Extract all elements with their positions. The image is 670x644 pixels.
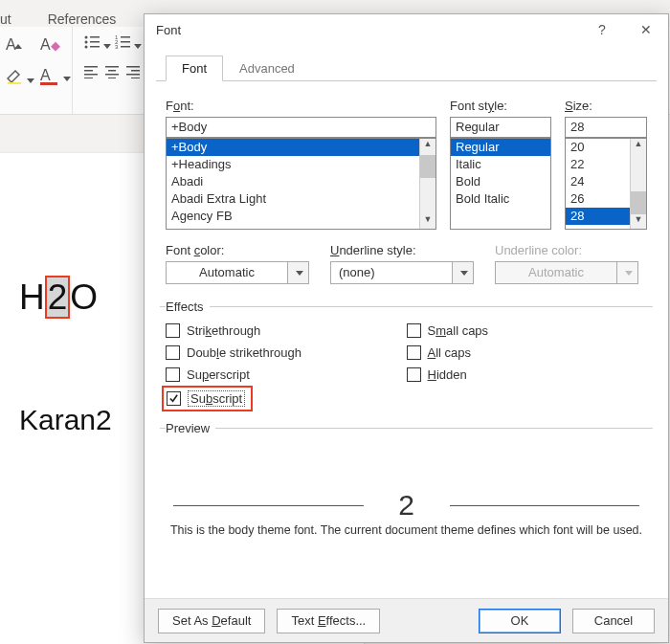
- underlinestyle-combo[interactable]: (none): [330, 261, 474, 284]
- smallcaps-checkbox[interactable]: Small caps: [407, 323, 648, 338]
- text-effects-button[interactable]: Text Effects...: [277, 609, 380, 633]
- double-strikethrough-checkbox[interactable]: Double strikethrough: [166, 345, 407, 360]
- list-item[interactable]: Abadi Extra Light: [167, 190, 436, 208]
- fontstyle-input[interactable]: Regular: [450, 117, 551, 138]
- svg-rect-19: [105, 74, 119, 76]
- svg-rect-12: [8, 82, 21, 84]
- increase-font-icon[interactable]: A: [6, 36, 22, 54]
- svg-rect-20: [108, 78, 116, 78]
- dialog-title: Font: [156, 23, 580, 37]
- svg-rect-5: [90, 46, 100, 48]
- font-label: Font:: [166, 99, 436, 113]
- font-dialog: Font ? ✕ Font Advanced Font: +Body +Body…: [144, 13, 669, 643]
- effects-legend: Effects: [166, 300, 210, 314]
- text-char: H: [19, 278, 45, 317]
- size-label: Size:: [565, 99, 647, 113]
- cancel-button[interactable]: Cancel: [572, 609, 655, 633]
- svg-point-2: [85, 41, 88, 44]
- strikethrough-checkbox[interactable]: Strikethrough: [166, 323, 407, 338]
- svg-rect-1: [90, 36, 100, 38]
- dialog-footer: Set As Default Text Effects... OK Cancel: [145, 598, 668, 642]
- scroll-thumb[interactable]: [420, 155, 436, 178]
- hidden-checkbox[interactable]: Hidden: [407, 367, 648, 382]
- scrollbar[interactable]: ▲ ▼: [419, 139, 436, 229]
- fontstyle-label: Font style:: [450, 99, 551, 113]
- svg-rect-22: [131, 70, 140, 72]
- numbering-icon[interactable]: 123: [115, 34, 142, 53]
- list-item[interactable]: +Headings: [167, 156, 436, 173]
- chevron-down-icon: [617, 261, 638, 284]
- underlinecolor-combo: Automatic: [495, 261, 638, 284]
- preview-note: This is the body theme font. The current…: [166, 523, 647, 537]
- clear-formatting-icon[interactable]: A◆: [40, 36, 60, 54]
- svg-rect-3: [90, 41, 100, 43]
- fontcolor-combo[interactable]: Automatic: [166, 261, 309, 284]
- close-button[interactable]: ✕: [624, 14, 668, 45]
- svg-rect-18: [108, 70, 116, 72]
- svg-rect-16: [84, 78, 93, 78]
- allcaps-checkbox[interactable]: All caps: [407, 345, 648, 360]
- svg-rect-11: [121, 46, 130, 48]
- font-listbox[interactable]: +Body +Headings Abadi Abadi Extra Light …: [166, 138, 436, 230]
- svg-point-0: [85, 36, 88, 39]
- preview-box: 2: [173, 456, 639, 506]
- preview-group: Preview 2 This is the body theme font. T…: [160, 421, 653, 537]
- svg-rect-17: [105, 66, 119, 68]
- scrollbar[interactable]: ▲ ▼: [630, 139, 646, 229]
- underlinecolor-value: Automatic: [495, 261, 617, 284]
- svg-rect-21: [126, 66, 140, 68]
- ok-button[interactable]: OK: [479, 609, 561, 633]
- selected-text: 2: [45, 276, 71, 319]
- fontcolor-label: Font color:: [166, 243, 309, 257]
- scroll-up-icon[interactable]: ▲: [631, 139, 646, 155]
- help-button[interactable]: ?: [580, 14, 624, 45]
- scroll-thumb[interactable]: [631, 191, 646, 214]
- preview-character: 2: [398, 489, 414, 522]
- font-color-icon[interactable]: A: [40, 67, 57, 99]
- bullets-icon[interactable]: [84, 34, 111, 53]
- svg-rect-24: [131, 78, 140, 78]
- scroll-up-icon[interactable]: ▲: [420, 139, 436, 155]
- chevron-down-icon[interactable]: [288, 261, 309, 284]
- svg-rect-9: [121, 41, 130, 43]
- list-item[interactable]: Abadi: [167, 173, 436, 190]
- ribbon-tab[interactable]: ut: [0, 11, 15, 27]
- svg-rect-7: [121, 36, 130, 38]
- font-input[interactable]: +Body: [166, 117, 436, 138]
- svg-rect-23: [126, 74, 140, 76]
- list-item[interactable]: Italic: [451, 156, 550, 173]
- subscript-checkbox[interactable]: Subscript: [166, 389, 249, 408]
- list-item[interactable]: +Body: [167, 139, 436, 156]
- scroll-down-icon[interactable]: ▼: [420, 214, 436, 230]
- svg-point-4: [85, 46, 88, 49]
- scroll-down-icon[interactable]: ▼: [631, 214, 646, 230]
- align-left-icon[interactable]: [84, 65, 100, 81]
- tab-advanced[interactable]: Advanced: [223, 56, 311, 81]
- svg-rect-15: [84, 74, 98, 76]
- superscript-checkbox[interactable]: Superscript: [166, 367, 407, 382]
- size-listbox[interactable]: 20 22 24 26 28 ▲ ▼: [565, 138, 647, 230]
- align-center-icon[interactable]: [105, 65, 121, 81]
- svg-rect-13: [84, 66, 98, 68]
- fontstyle-listbox[interactable]: Regular Italic Bold Bold Italic: [450, 138, 551, 230]
- list-item[interactable]: Bold: [451, 173, 550, 190]
- tab-font[interactable]: Font: [166, 56, 223, 81]
- underlinecolor-label: Underline color:: [495, 243, 638, 257]
- dialog-titlebar: Font ? ✕: [145, 14, 668, 45]
- underlinestyle-label: Underline style:: [330, 243, 474, 257]
- size-input[interactable]: 28: [565, 117, 647, 138]
- highlight-icon[interactable]: [6, 67, 34, 87]
- ribbon-tab[interactable]: References: [44, 11, 121, 27]
- fontcolor-value: Automatic: [166, 261, 288, 284]
- list-item[interactable]: Bold Italic: [451, 190, 550, 208]
- svg-rect-14: [84, 70, 93, 72]
- svg-text:3: 3: [115, 44, 119, 50]
- list-item[interactable]: Regular: [451, 139, 550, 156]
- dialog-tabstrip: Font Advanced: [156, 55, 657, 81]
- chevron-down-icon[interactable]: [453, 261, 474, 284]
- set-as-default-button[interactable]: Set As Default: [158, 609, 265, 633]
- align-right-icon[interactable]: [126, 65, 142, 81]
- preview-legend: Preview: [166, 421, 215, 435]
- underlinestyle-value: (none): [330, 261, 453, 284]
- list-item[interactable]: Agency FB: [167, 208, 436, 225]
